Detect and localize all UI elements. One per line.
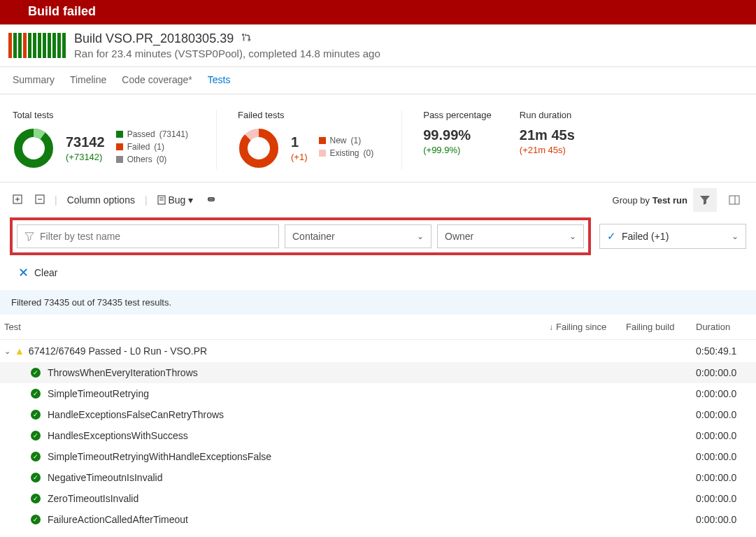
- total-tests-donut-icon: [13, 127, 55, 169]
- legend-others-count: (0): [157, 155, 167, 164]
- expand-all-button[interactable]: [10, 192, 25, 209]
- chevron-down-icon: ⌄: [569, 231, 576, 241]
- pass-icon: ✓: [31, 431, 41, 441]
- stat-duration-value: 21m 45s: [520, 127, 575, 143]
- col-failing-build[interactable]: Failing build: [626, 322, 696, 332]
- legend-failed-label: Failed: [127, 142, 150, 152]
- stat-total-tests: Total tests 73142 (+73142) Passed (73141…: [13, 110, 217, 169]
- chevron-down-icon: ⌄: [732, 231, 739, 241]
- legend-existing-icon: [319, 150, 326, 157]
- pass-icon: ✓: [31, 410, 41, 420]
- test-duration: 0:00:00.0: [696, 388, 752, 399]
- check-icon: ✓: [607, 230, 616, 243]
- highlighted-filter-area: Container ⌄ Owner ⌄: [10, 217, 591, 255]
- pass-icon: ✓: [31, 515, 41, 524]
- stat-total-value: 73142: [66, 134, 105, 150]
- clear-filters-button[interactable]: ✕ Clear: [0, 261, 756, 290]
- col-duration[interactable]: Duration: [696, 322, 752, 332]
- stat-duration-delta: (+21m 45s): [520, 145, 575, 155]
- test-row[interactable]: ✓SimpleTimeoutRetrying0:00:00.0: [0, 383, 756, 404]
- test-duration: 0:00:00.0: [696, 409, 752, 420]
- legend-others-icon: [116, 156, 123, 163]
- test-duration: 0:00:00.0: [696, 493, 752, 504]
- test-name: ZeroTimeoutIsInvalid: [48, 493, 138, 504]
- build-header: Build VSO.PR_20180305.39 Ran for 23.4 mi…: [0, 24, 756, 67]
- legend-failed-count: (1): [154, 142, 164, 152]
- test-name: NegativeTimeoutnIsInvalid: [48, 472, 162, 483]
- tab-summary[interactable]: Summary: [13, 74, 55, 85]
- legend-existing-label: Existing: [330, 148, 359, 158]
- test-row[interactable]: ✓ThrowsWhenEveryIterationThrows0:00:00.0: [0, 362, 756, 383]
- funnel-icon: [24, 231, 34, 241]
- sort-arrow-icon: ↓: [549, 322, 553, 332]
- test-row[interactable]: ✓FailureActionCalledAfterTimeout0:00:00.…: [0, 509, 756, 530]
- group-by-label: Group by Test run: [613, 195, 687, 206]
- legend-failed-icon: [116, 143, 123, 150]
- build-subtitle: Ran for 23.4 minutes (VSTSP0Pool), compl…: [74, 48, 380, 59]
- test-name: ThrowsWhenEveryIterationThrows: [48, 367, 198, 378]
- pass-icon: ✓: [31, 494, 41, 503]
- test-row[interactable]: ✓HandleExceptionsFalseCanRetryThrows0:00…: [0, 404, 756, 425]
- filter-row: Container ⌄ Owner ⌄ ✓ Failed (+1) ⌄: [0, 217, 756, 261]
- stat-duration-label: Run duration: [520, 110, 575, 120]
- legend-passed-label: Passed: [127, 129, 155, 139]
- col-test[interactable]: Test: [4, 322, 549, 332]
- table-header: Test ↓Failing since Failing build Durati…: [0, 315, 756, 340]
- test-row[interactable]: ✓HandlesExceptionsWithSuccess0:00:00.0: [0, 425, 756, 446]
- details-pane-toggle-button[interactable]: [722, 188, 746, 212]
- test-row[interactable]: ✓ZeroTimeoutIsInvalid0:00:00.0: [0, 488, 756, 509]
- col-failing-since[interactable]: ↓Failing since: [549, 322, 626, 332]
- container-filter-dropdown[interactable]: Container ⌄: [285, 224, 432, 248]
- legend-others-label: Others: [127, 155, 152, 164]
- tab-bar: Summary Timeline Code coverage* Tests: [0, 67, 756, 94]
- test-row[interactable]: ✓NegativeTimeoutnIsInvalid0:00:00.0: [0, 467, 756, 488]
- pass-icon: ✓: [31, 452, 41, 461]
- owner-filter-dropdown[interactable]: Owner ⌄: [437, 224, 584, 248]
- status-banner: Build failed: [0, 0, 756, 24]
- outcome-filter-dropdown[interactable]: ✓ Failed (+1) ⌄: [599, 224, 746, 249]
- test-row[interactable]: ✓SimpleTimeoutRetryingWithHandleExceptio…: [0, 446, 756, 467]
- results-toolbar: | Column options | Bug ▾ Group by Test r…: [0, 182, 756, 217]
- legend-new-icon: [319, 137, 326, 144]
- test-name: HandleExceptionsFalseCanRetryThrows: [48, 409, 224, 420]
- pull-request-icon: [241, 33, 251, 45]
- create-bug-button[interactable]: Bug ▾: [155, 192, 197, 208]
- caret-down-icon: ⌄: [4, 347, 10, 356]
- legend-new-count: (1): [351, 136, 362, 145]
- tab-timeline[interactable]: Timeline: [70, 74, 106, 85]
- banner-title: Build failed: [28, 4, 96, 18]
- stat-pass-percentage: Pass percentage 99.99% (+99.9%): [423, 110, 520, 169]
- link-button[interactable]: [203, 192, 220, 209]
- test-duration: 0:00:00.0: [696, 514, 752, 525]
- stat-failed-delta: (+1): [291, 152, 307, 162]
- test-name: FailureActionCalledAfterTimeout: [48, 514, 188, 525]
- test-duration: 0:00:00.0: [696, 472, 752, 483]
- test-duration: 0:00:00.0: [696, 367, 752, 378]
- chevron-down-icon: ⌄: [417, 231, 424, 241]
- build-title: Build VSO.PR_20180305.39: [74, 31, 234, 45]
- filter-name-field[interactable]: [40, 231, 271, 242]
- tab-tests[interactable]: Tests: [208, 74, 231, 85]
- pass-icon: ✓: [31, 389, 41, 399]
- build-barcode-icon: [8, 33, 66, 58]
- stat-total-label: Total tests: [13, 110, 188, 120]
- stat-failed-tests: Failed tests 1 (+1) New (1) Existing (0): [238, 110, 402, 169]
- tab-code-coverage[interactable]: Code coverage*: [122, 74, 192, 85]
- failed-tests-donut-icon: [238, 127, 280, 169]
- test-duration: 0:00:00.0: [696, 430, 752, 441]
- stats-row: Total tests 73142 (+73142) Passed (73141…: [0, 94, 756, 182]
- stat-failed-value: 1: [291, 134, 307, 150]
- legend-passed-count: (73141): [159, 129, 188, 139]
- svg-point-0: [18, 133, 49, 164]
- filter-by-name-input[interactable]: [17, 224, 279, 248]
- test-group-row[interactable]: ⌄ ▲ 67412/67649 Passed - L0 Run - VSO.PR…: [0, 340, 756, 362]
- collapse-all-button[interactable]: [32, 192, 48, 209]
- filter-toggle-button[interactable]: [693, 188, 717, 212]
- column-options-button[interactable]: Column options: [64, 192, 138, 208]
- warning-icon: ▲: [15, 345, 24, 357]
- stat-pass-value: 99.99%: [423, 127, 492, 143]
- group-by-value[interactable]: Test run: [652, 195, 687, 206]
- pass-icon: ✓: [31, 368, 41, 378]
- test-name: HandlesExceptionsWithSuccess: [48, 430, 188, 441]
- test-name: SimpleTimeoutRetryingWithHandleException…: [48, 451, 271, 462]
